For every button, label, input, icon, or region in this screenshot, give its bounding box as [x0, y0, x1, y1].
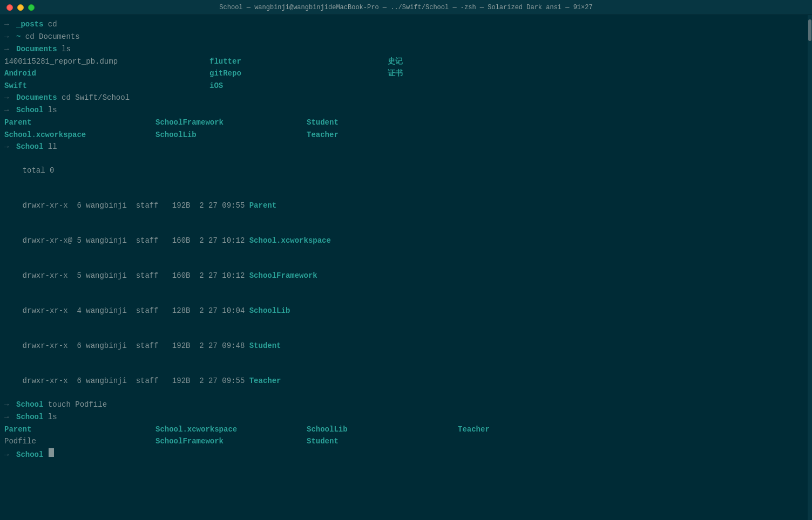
ls-item: flutter [209, 56, 388, 67]
ll-row: drwxr-xr-x 6 wangbinji staff 192B 2 27 0… [0, 364, 812, 399]
ls-item: SchoolFramework [155, 435, 307, 447]
ls-item: Parent [4, 423, 155, 435]
ll-perms: drwxr-xr-x 6 wangbinji staff 192B 2 27 0… [23, 201, 249, 210]
ls-item [458, 435, 609, 447]
prompt-cmd: cd [43, 19, 57, 30]
ls-item: School.xcworkspace [155, 423, 307, 435]
ll-name: SchoolFramework [249, 271, 317, 280]
prompt-arrow: → [4, 31, 13, 43]
prompt-dir: ~ [16, 31, 21, 43]
ls-item: SchoolLib [155, 129, 307, 141]
prompt-arrow: → [4, 449, 13, 461]
terminal-output: total 0 [0, 153, 812, 188]
maximize-button[interactable] [28, 4, 35, 11]
ll-name: Teacher [249, 377, 281, 385]
ls-item: Parent [4, 117, 155, 128]
title-bar: School — wangbinji@wangbinjideMacBook-Pr… [0, 0, 812, 15]
ls-item: Teacher [458, 423, 609, 435]
ls-output-school: Parent SchoolFramework Student School.xc… [0, 117, 812, 141]
ll-perms: drwxr-xr-x 6 wangbinji staff 192B 2 27 0… [23, 377, 249, 385]
prompt-cmd: ll [43, 141, 57, 153]
ll-row: drwxr-xr-x 5 wangbinji staff 160B 2 27 1… [0, 258, 812, 293]
prompt-cmd: ls [43, 412, 57, 423]
ll-perms: drwxr-xr-x@ 5 wangbinji staff 160B 2 27 … [23, 236, 249, 245]
ls-output-after: Parent School.xcworkspace SchoolLib Teac… [0, 423, 812, 448]
prompt-cmd [43, 449, 48, 461]
terminal-line: → School touch Podfile [0, 399, 812, 411]
ls-item: iOS [209, 80, 388, 92]
ls-item: 证书 [388, 67, 566, 79]
prompt-arrow: → [4, 105, 13, 116]
terminal-line: → School ls [0, 411, 812, 423]
prompt-cmd: cd Documents [21, 31, 79, 43]
terminal-line: → School ls [0, 104, 812, 117]
ll-name: Parent [249, 201, 276, 210]
ll-name: SchoolLib [249, 306, 290, 315]
ll-name: Student [249, 341, 281, 350]
ll-perms: drwxr-xr-x 5 wangbinji staff 160B 2 27 1… [23, 271, 249, 280]
scrollbar[interactable] [808, 15, 812, 520]
prompt-dir: School [16, 412, 43, 423]
ls-item: 史记 [388, 56, 566, 67]
ls-item: gitRepo [209, 67, 388, 79]
ls-item [388, 80, 566, 92]
ll-perms: drwxr-xr-x 4 wangbinji staff 128B 2 27 1… [23, 306, 249, 315]
ls-item: 1400115281_report_pb.dump [4, 56, 209, 67]
terminal-line: → Documents ls [0, 43, 812, 56]
ls-item: Student [307, 435, 458, 447]
terminal-line: → ~ cd Documents [0, 31, 812, 43]
output-text: total 0 [23, 166, 55, 175]
ls-item: Teacher [307, 129, 458, 141]
ls-item: Android [4, 67, 209, 79]
ls-output: 1400115281_report_pb.dump flutter 史记 And… [0, 56, 812, 92]
prompt-dir: School [16, 399, 43, 410]
prompt-dir: Documents [16, 92, 57, 104]
prompt-arrow: → [4, 399, 13, 410]
close-button[interactable] [6, 4, 13, 11]
prompt-dir: School [16, 105, 43, 116]
ll-row: drwxr-xr-x@ 5 wangbinji staff 160B 2 27 … [0, 223, 812, 258]
ls-item: Podfile [4, 435, 155, 447]
terminal-line: → _posts cd [0, 18, 812, 31]
prompt-cmd: ls [43, 105, 57, 116]
prompt-dir: Documents [16, 44, 57, 55]
ll-name: School.xcworkspace [249, 236, 331, 245]
ls-item: Student [307, 117, 458, 128]
scrollbar-thumb[interactable] [808, 19, 811, 41]
prompt-arrow: → [4, 19, 13, 30]
terminal-cursor [49, 448, 54, 457]
ls-item: Swift [4, 80, 209, 92]
prompt-arrow: → [4, 412, 13, 423]
prompt-arrow: → [4, 92, 13, 104]
prompt-arrow: → [4, 44, 13, 55]
ls-item: SchoolLib [307, 423, 458, 435]
terminal-line: → School ll [0, 141, 812, 153]
terminal-prompt-active[interactable]: → School [0, 448, 812, 461]
ll-row: drwxr-xr-x 4 wangbinji staff 128B 2 27 1… [0, 293, 812, 329]
prompt-cmd: ls [57, 44, 71, 55]
prompt-dir: School [16, 141, 43, 153]
prompt-dir: School [16, 449, 43, 461]
ls-item: SchoolFramework [155, 117, 307, 128]
prompt-arrow: → [4, 141, 13, 153]
ll-row: drwxr-xr-x 6 wangbinji staff 192B 2 27 0… [0, 329, 812, 364]
minimize-button[interactable] [17, 4, 24, 11]
terminal-body[interactable]: → _posts cd → ~ cd Documents → Documents… [0, 15, 812, 520]
ll-row: drwxr-xr-x 6 wangbinji staff 192B 2 27 0… [0, 188, 812, 223]
terminal-line: → Documents cd Swift/School [0, 92, 812, 104]
ll-perms: drwxr-xr-x 6 wangbinji staff 192B 2 27 0… [23, 341, 249, 350]
prompt-cmd: touch Podfile [43, 399, 107, 410]
prompt-dir: _posts [16, 19, 43, 30]
window-title: School — wangbinji@wangbinjideMacBook-Pr… [219, 4, 592, 11]
traffic-lights [6, 4, 35, 11]
prompt-cmd: cd Swift/School [57, 92, 130, 104]
ls-item: School.xcworkspace [4, 129, 155, 141]
